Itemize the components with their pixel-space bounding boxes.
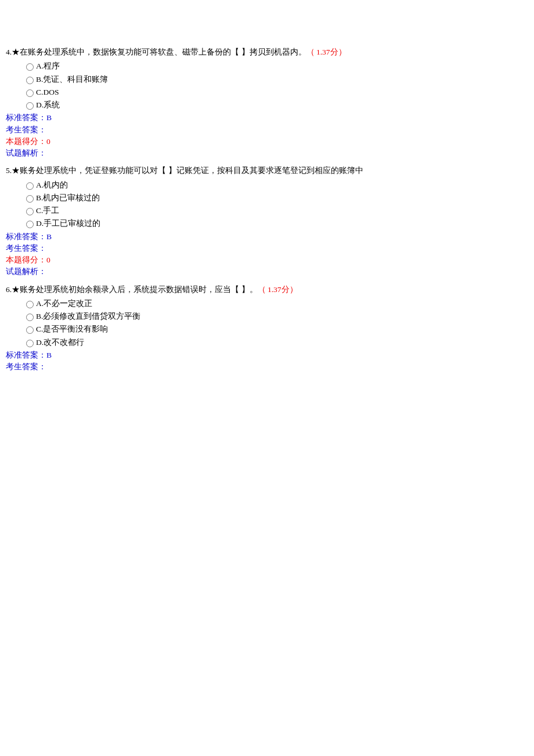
question-5: 5.★账务处理系统中，凭证登账功能可以对【 】记账凭证，按科目及其要求逐笔登记到…: [6, 165, 528, 278]
standard-answer-value: B: [46, 113, 52, 122]
question-4-stem: 4.★在账务处理系统中，数据恢复功能可将软盘、磁带上备份的【 】拷贝到机器内。（…: [6, 46, 528, 58]
question-4-user-answer: 考生答案：: [6, 124, 528, 136]
radio-4d[interactable]: [26, 102, 34, 110]
question-5-analysis: 试题解析：: [6, 266, 528, 278]
score-label: 本题得分：: [6, 255, 46, 264]
radio-5a[interactable]: [26, 182, 34, 190]
question-6-standard-answer: 标准答案：B: [6, 350, 528, 361]
question-6-points: （ 1.37分）: [258, 285, 298, 294]
question-4-standard-answer: 标准答案：B: [6, 112, 528, 124]
option-6b[interactable]: B.必须修改直到借贷双方平衡: [23, 311, 528, 322]
question-4-score: 本题得分：0: [6, 136, 528, 147]
radio-5c[interactable]: [26, 208, 34, 215]
standard-answer-label: 标准答案：: [6, 232, 46, 241]
radio-4c[interactable]: [26, 89, 34, 97]
score-label: 本题得分：: [6, 137, 46, 146]
question-4-options: A.程序 B.凭证、科目和账簿 C.DOS D.系统: [6, 60, 528, 111]
option-6c-label: C.是否平衡没有影响: [36, 323, 108, 335]
option-4a[interactable]: A.程序: [23, 60, 528, 72]
score-value: 0: [46, 137, 50, 146]
question-6-user-answer: 考生答案：: [6, 361, 528, 373]
radio-5d[interactable]: [26, 221, 34, 228]
question-4-analysis: 试题解析：: [6, 147, 528, 159]
option-4d-label: D.系统: [36, 99, 60, 111]
option-5c-label: C.手工: [36, 205, 59, 217]
star-icon: ★: [12, 285, 20, 294]
option-6c[interactable]: C.是否平衡没有影响: [23, 323, 528, 335]
standard-answer-label: 标准答案：: [6, 113, 46, 122]
question-5-number: 5.: [6, 166, 12, 175]
option-4b[interactable]: B.凭证、科目和账簿: [23, 74, 528, 85]
option-4d[interactable]: D.系统: [23, 99, 528, 111]
question-5-stem: 5.★账务处理系统中，凭证登账功能可以对【 】记账凭证，按科目及其要求逐笔登记到…: [6, 165, 528, 177]
option-4b-label: B.凭证、科目和账簿: [36, 74, 108, 85]
radio-4b[interactable]: [26, 77, 34, 84]
radio-6b[interactable]: [26, 314, 34, 321]
option-4a-label: A.程序: [36, 60, 60, 72]
question-5-options: A.机内的 B.机内已审核过的 C.手工 D.手工已审核过的: [6, 179, 528, 230]
option-4c[interactable]: C.DOS: [23, 87, 528, 98]
option-5b-label: B.机内已审核过的: [36, 192, 100, 204]
question-6-number: 6.: [6, 285, 12, 294]
option-6d[interactable]: D.改不改都行: [23, 337, 528, 348]
question-4-points: （ 1.37分）: [306, 48, 347, 56]
option-5a[interactable]: A.机内的: [23, 179, 528, 191]
question-6: 6.★账务处理系统初始余额录入后，系统提示数据错误时，应当【 】。（ 1.37分…: [6, 284, 528, 373]
option-4c-label: C.DOS: [36, 87, 59, 98]
question-5-standard-answer: 标准答案：B: [6, 231, 528, 243]
question-4-number: 4.: [6, 48, 12, 56]
question-6-options: A.不必一定改正 B.必须修改直到借贷双方平衡 C.是否平衡没有影响 D.改不改…: [6, 298, 528, 348]
question-5-user-answer: 考生答案：: [6, 243, 528, 254]
radio-6d[interactable]: [26, 340, 34, 347]
question-5-score: 本题得分：0: [6, 254, 528, 266]
option-5a-label: A.机内的: [36, 179, 68, 191]
question-4-text: 在账务处理系统中，数据恢复功能可将软盘、磁带上备份的【 】拷贝到机器内。: [20, 48, 306, 56]
standard-answer-label: 标准答案：: [6, 351, 46, 359]
standard-answer-value: B: [46, 351, 52, 359]
star-icon: ★: [12, 166, 20, 175]
star-icon: ★: [12, 48, 20, 56]
question-6-text: 账务处理系统初始余额录入后，系统提示数据错误时，应当【 】。: [20, 285, 257, 294]
radio-6c[interactable]: [26, 326, 34, 334]
question-4: 4.★在账务处理系统中，数据恢复功能可将软盘、磁带上备份的【 】拷贝到机器内。（…: [6, 46, 528, 159]
option-5d[interactable]: D.手工已审核过的: [23, 218, 528, 229]
option-5d-label: D.手工已审核过的: [36, 218, 100, 229]
option-5b[interactable]: B.机内已审核过的: [23, 192, 528, 204]
question-6-stem: 6.★账务处理系统初始余额录入后，系统提示数据错误时，应当【 】。（ 1.37分…: [6, 284, 528, 296]
score-value: 0: [46, 255, 50, 264]
radio-5b[interactable]: [26, 195, 34, 203]
standard-answer-value: B: [46, 232, 52, 241]
radio-4a[interactable]: [26, 63, 34, 71]
option-6a[interactable]: A.不必一定改正: [23, 298, 528, 309]
option-6b-label: B.必须修改直到借贷双方平衡: [36, 311, 140, 322]
question-5-text: 账务处理系统中，凭证登账功能可以对【 】记账凭证，按科目及其要求逐笔登记到相应的…: [20, 166, 363, 175]
option-6d-label: D.改不改都行: [36, 337, 84, 348]
option-5c[interactable]: C.手工: [23, 205, 528, 217]
option-6a-label: A.不必一定改正: [36, 298, 92, 309]
radio-6a[interactable]: [26, 301, 34, 308]
